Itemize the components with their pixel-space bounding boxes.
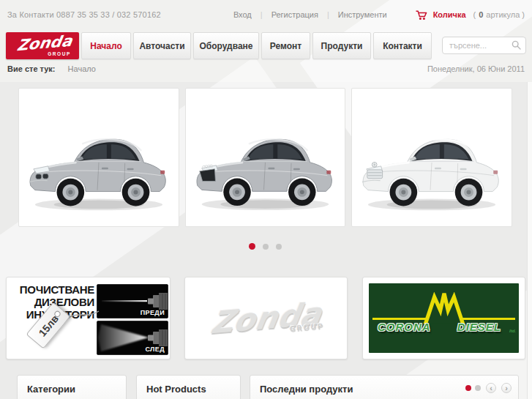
car-image-white-mercedes [352,89,512,226]
breadcrumb-row: Вие сте тук: Начало Понеделник, 06 Юни 2… [7,64,525,73]
topbar: За Контакти 0887 35 35 33 / 032 570162 В… [0,0,532,29]
logo-subtext: GROUP [48,51,71,56]
contact-phone-text: За Контакти 0887 35 35 33 / 032 570162 [7,10,161,19]
main-navigation: Zonda GROUP Начало Авточасти Оборудване … [6,32,526,59]
carousel-dots [249,243,282,250]
injector-line-1: ПОЧИСТВАНЕ [8,283,94,296]
latest-dot-2[interactable] [475,385,481,391]
before-label: ПРЕДИ [141,309,165,316]
banner-corona-diesel[interactable]: CORONA DIESEL ltd. [362,277,525,359]
breadcrumb-label: Вие сте тук: [7,64,56,73]
injector-after-image: СЛЕД [97,321,168,355]
injector-before-image: ПРЕДИ [97,284,168,318]
carousel-slide-bmw[interactable] [18,88,179,227]
nav-tabs: Начало Авточасти Оборудване Ремонт Проду… [79,32,432,59]
cart-count: ( 0 артикула ) [473,10,525,19]
nav-tab-repair[interactable]: Ремонт [261,32,310,59]
chevron-right-icon[interactable]: › [501,383,512,393]
cart-count-suffix: артикула ) [486,10,525,19]
chevron-left-icon[interactable]: ‹ [486,383,496,393]
carousel-slide-audi[interactable] [185,88,345,227]
latest-products-box: Последни продукти ‹ › [250,375,519,399]
search-box [442,37,526,54]
carousel-dot-1[interactable] [249,243,255,250]
diesel-text: DIESEL [457,321,501,333]
banner-zonda-logo[interactable]: Zonda GROUP [184,277,348,359]
corona-ltd-text: ltd. [509,329,516,333]
carousel-slide-mercedes[interactable] [351,88,512,227]
carousel-dot-3[interactable] [276,244,282,250]
cart-button[interactable]: Количка ( 0 артикула ) [415,10,525,20]
register-link[interactable]: Регистрация [271,10,318,19]
hot-products-box: Hot Products [136,375,241,399]
zonda-ghost-word: Zonda [208,296,323,341]
nav-tab-contacts[interactable]: Контакти [373,32,432,59]
car-image-silver-audi [186,89,345,226]
logo[interactable]: Zonda GROUP [6,32,79,59]
corona-diesel-logo: CORONA DIESEL ltd. [369,283,519,353]
breadcrumb-current[interactable]: Начало [68,64,96,73]
topbar-right: Вход | Регистрация | Инструменти Количка… [225,10,525,20]
cart-label: Количка [433,10,466,19]
nav-tab-home[interactable]: Начало [81,32,131,59]
nav-tab-products[interactable]: Продукти [312,32,371,59]
tools-link[interactable]: Инструменти [338,10,387,19]
zonda-ghost-text: Zonda GROUP [208,296,323,341]
page-date: Понеделник, 06 Юни 2011 [427,64,525,73]
latest-dot-1[interactable] [465,385,471,391]
latest-products-controls: ‹ › [465,383,512,393]
page-right-edge [527,82,532,399]
search-icon[interactable] [512,40,521,50]
carousel-dot-2[interactable] [263,244,269,250]
divider: | [327,10,329,19]
nav-tab-autoparts[interactable]: Авточасти [133,32,191,59]
categories-title: Категории [18,376,126,395]
cart-count-open: ( [473,10,476,19]
nav-tab-equipment[interactable]: Оборудване [193,32,259,59]
cart-icon [415,10,427,20]
divider: | [261,10,263,19]
zonda-ghost-logo: Zonda GROUP [185,277,347,359]
banner-injector-cleaning[interactable]: ПОЧИСТВАНЕ ДИЗЕЛОВИ ИНЖЕКТОРИ ПРЕДИ [6,277,171,359]
car-image-silver-bmw [19,89,179,226]
after-label: СЛЕД [145,346,165,353]
hot-products-title: Hot Products [137,376,240,395]
cart-count-value: 0 [479,10,483,19]
login-link[interactable]: Вход [233,10,252,19]
breadcrumb: Вие сте тук: Начало [7,64,96,73]
account-links: Вход | Регистрация | Инструменти [225,10,396,19]
corona-text: CORONA [378,321,431,333]
categories-box: Категории [17,375,127,399]
